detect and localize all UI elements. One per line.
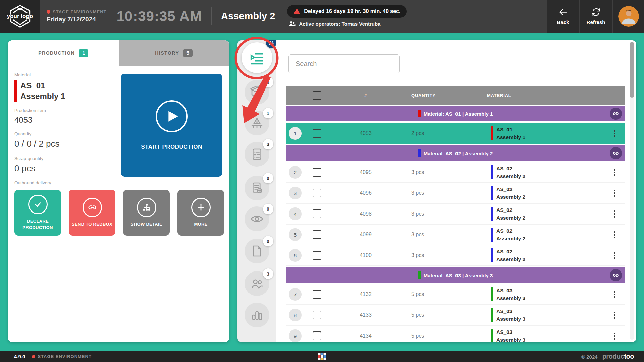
column-header-material: MATERIAL <box>487 93 604 98</box>
material-name: Assembly 2 <box>496 256 525 262</box>
table-header-row: # QUANTITY MATERIAL <box>286 86 625 105</box>
row-menu-button[interactable] <box>612 250 618 261</box>
app-grid-icon[interactable] <box>318 353 326 360</box>
row-checkbox[interactable] <box>313 331 321 340</box>
material-color-bar <box>491 248 493 262</box>
field-label: Outbound delivery <box>14 180 115 185</box>
sidebar-rail: 54 2 1 3 0 0 0 3 <box>237 40 276 342</box>
operators-icon <box>250 277 264 290</box>
row-menu-button[interactable] <box>612 188 618 199</box>
material-code: AS_03 <box>496 308 525 314</box>
row-menu-button[interactable] <box>612 167 618 178</box>
row-checkbox[interactable] <box>313 230 321 239</box>
production-item-id: 4133 <box>329 312 402 318</box>
row-checkbox[interactable] <box>313 209 321 218</box>
row-number: 1 <box>289 127 302 140</box>
scrollbar-thumb[interactable] <box>630 42 634 98</box>
material-name: Assembly 1 <box>496 134 525 140</box>
row-number: 6 <box>289 249 302 262</box>
sidebar-item-eye[interactable]: 0 <box>245 206 269 231</box>
row-menu-button[interactable] <box>612 289 618 300</box>
sidebar-item-machine-warning[interactable]: 1 <box>245 111 269 135</box>
show-detail-button[interactable]: SHOW DETAIL <box>123 190 170 236</box>
company-logo[interactable]: your logo <box>0 0 40 33</box>
environment-label: STAGE ENVIRONMENT <box>53 9 107 14</box>
search-input[interactable] <box>288 54 400 73</box>
row-menu-button[interactable] <box>612 208 618 220</box>
more-button[interactable]: MORE <box>177 190 224 236</box>
material-code: AS_02 <box>496 186 525 192</box>
quantity-cell: 3 pcs <box>402 169 487 175</box>
material-color-bar <box>14 80 17 102</box>
row-checkbox[interactable] <box>313 251 321 260</box>
table-row[interactable]: 6 4100 3 pcs AS_02Assembly 2 <box>286 245 625 266</box>
row-menu-button[interactable] <box>612 330 618 342</box>
material-cell: AS_03Assembly 3 <box>487 287 604 301</box>
table-row[interactable]: 4 4098 3 pcs AS_02Assembly 2 <box>286 204 625 225</box>
sidebar-item-box[interactable]: 2 <box>245 80 269 105</box>
header-bar: your logo STAGE ENVIRONMENT Friday 7/12/… <box>0 0 644 33</box>
group-link-button[interactable] <box>610 269 622 281</box>
table-row[interactable]: 2 4095 3 pcs AS_02Assembly 2 <box>286 162 625 183</box>
field-production-item: Production item4053 <box>14 108 115 125</box>
row-menu-button[interactable] <box>612 128 618 139</box>
table-row[interactable]: 5 4099 3 pcs AS_02Assembly 2 <box>286 225 625 245</box>
declare-document-icon <box>250 181 264 195</box>
sidebar-item-declare-document[interactable]: 0 <box>245 176 269 200</box>
production-item-id: 4100 <box>329 252 402 258</box>
production-item-id: 4134 <box>329 333 402 339</box>
material-cell: AS_03Assembly 3 <box>487 329 604 342</box>
row-checkbox[interactable] <box>313 129 321 138</box>
table-row[interactable]: 3 4096 3 pcs AS_02Assembly 2 <box>286 183 625 204</box>
material-color-bar <box>491 165 493 179</box>
start-production-button[interactable]: START PRODUCTION <box>121 74 222 177</box>
user-avatar-block[interactable] <box>613 0 644 33</box>
sidebar-item-document[interactable]: 0 <box>245 239 269 263</box>
material-code: AS_01 <box>496 126 525 133</box>
avatar-photo <box>618 6 639 27</box>
group-link-button[interactable] <box>610 108 622 120</box>
refresh-button-label: Refresh <box>587 19 605 25</box>
row-menu-button[interactable] <box>612 310 618 321</box>
group-link-button[interactable] <box>610 147 622 159</box>
material-group-row: Material: AS_03 | Assembly 3 <box>286 267 625 283</box>
material-cell: AS_02Assembly 2 <box>487 248 604 262</box>
sidebar-badge: 3 <box>263 139 273 149</box>
quantity-cell: 3 pcs <box>402 211 487 217</box>
send-to-redbox-button[interactable]: SEND TO REDBOX <box>69 190 115 236</box>
material-color-bar <box>491 186 493 200</box>
material-cell: AS_01Assembly 1 <box>487 126 604 140</box>
user-avatar[interactable] <box>618 6 639 27</box>
sidebar-item-production-list[interactable]: 54 <box>241 42 272 73</box>
operators-icon <box>288 20 296 27</box>
tab-production-badge: 1 <box>79 49 88 57</box>
material-name: Assembly 3 <box>496 337 525 342</box>
material-color-chip <box>418 110 421 117</box>
action-button-label: MORE <box>194 221 207 228</box>
material-color-bar <box>491 287 493 301</box>
footer-brand-area: © 2024 productoo <box>581 353 634 360</box>
field-value: 0 / 0 / 2 pcs <box>14 139 115 149</box>
column-header-id: # <box>329 93 402 98</box>
row-menu-button[interactable] <box>612 229 618 240</box>
environment-block: STAGE ENVIRONMENT Friday 7/12/2024 <box>47 9 107 23</box>
production-fields: Material AS_01Assembly 1 Production item… <box>14 72 115 202</box>
table-row[interactable]: 9 4134 5 pcs AS_03Assembly 3 <box>286 326 625 342</box>
row-checkbox[interactable] <box>313 168 321 177</box>
table-row[interactable]: 8 4133 5 pcs AS_03Assembly 3 <box>286 305 625 326</box>
row-checkbox[interactable] <box>313 311 321 319</box>
row-checkbox[interactable] <box>313 290 321 299</box>
tab-production[interactable]: PRODUCTION 1 <box>8 40 119 66</box>
sidebar-item-operators[interactable]: 3 <box>245 271 269 296</box>
sidebar-item-checklist[interactable]: 3 <box>245 142 269 167</box>
table-row[interactable]: 1 4053 2 pcs AS_01Assembly 1 <box>286 123 625 144</box>
row-checkbox[interactable] <box>313 189 321 197</box>
tab-history[interactable]: HISTORY 5 <box>119 40 229 66</box>
table-row[interactable]: 7 4132 5 pcs AS_03Assembly 3 <box>286 284 625 305</box>
sidebar-item-statistics[interactable] <box>245 303 269 327</box>
select-all-checkbox[interactable] <box>313 91 321 100</box>
refresh-button[interactable]: Refresh <box>580 0 612 33</box>
declare-production-button[interactable]: DECLARE PRODUCTION <box>14 190 61 236</box>
tab-production-label: PRODUCTION <box>38 50 75 56</box>
back-button[interactable]: Back <box>547 0 579 33</box>
